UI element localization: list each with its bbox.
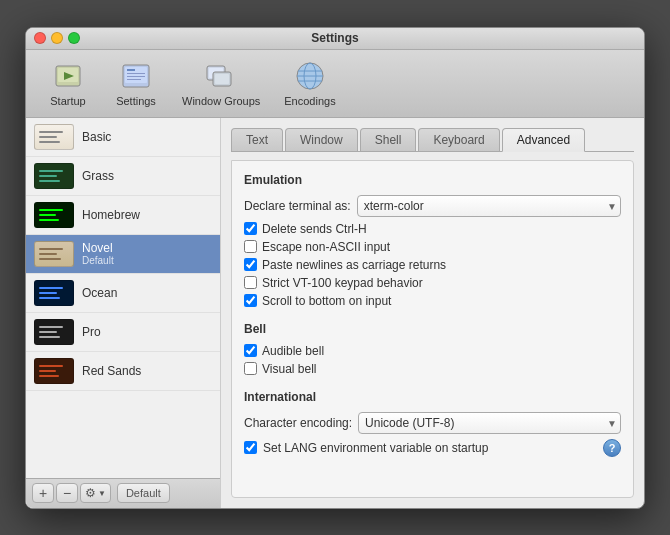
minimize-button[interactable] — [51, 32, 63, 44]
paste-newlines-label: Paste newlines as carriage returns — [262, 258, 446, 272]
help-button[interactable]: ? — [603, 439, 621, 457]
profile-name-grass: Grass — [82, 169, 114, 183]
toolbar-startup-label: Startup — [50, 95, 85, 107]
default-label: Default — [126, 487, 161, 499]
declare-terminal-select-wrapper: xterm-color xterm vt100 ansi ▼ — [357, 195, 621, 217]
profile-text-pro: Pro — [82, 325, 101, 339]
tab-bar: Text Window Shell Keyboard Advanced — [231, 128, 634, 152]
audible-bell-row: Audible bell — [244, 344, 621, 358]
strict-vt100-row: Strict VT-100 keypad behavior — [244, 276, 621, 290]
tab-shell[interactable]: Shell — [360, 128, 417, 151]
profile-name-pro: Pro — [82, 325, 101, 339]
settings-window: Settings Startup — [25, 27, 645, 509]
toolbar-encodings[interactable]: Encodings — [276, 56, 343, 111]
maximize-button[interactable] — [68, 32, 80, 44]
svg-rect-8 — [127, 79, 141, 80]
minus-icon: − — [63, 485, 71, 501]
international-section: International Character encoding: Unicod… — [244, 390, 621, 457]
gear-icon: ⚙ — [85, 486, 96, 500]
encoding-label: Character encoding: — [244, 416, 352, 430]
profile-name-basic: Basic — [82, 130, 111, 144]
profile-basic[interactable]: Basic — [26, 118, 220, 157]
encoding-select[interactable]: Unicode (UTF-8) Western (ISO Latin 1) UT… — [358, 412, 621, 434]
strict-vt100-checkbox[interactable] — [244, 276, 257, 289]
profile-homebrew[interactable]: Homebrew — [26, 196, 220, 235]
scroll-bottom-checkbox[interactable] — [244, 294, 257, 307]
set-lang-checkbox[interactable] — [244, 441, 257, 454]
toolbar-settings-label: Settings — [116, 95, 156, 107]
delete-ctrl-h-label: Delete sends Ctrl-H — [262, 222, 367, 236]
escape-nonascii-row: Escape non-ASCII input — [244, 240, 621, 254]
profile-name-novel: Novel — [82, 241, 114, 255]
add-profile-button[interactable]: + — [32, 483, 54, 503]
declare-terminal-row: Declare terminal as: xterm-color xterm v… — [244, 195, 621, 217]
delete-ctrl-h-checkbox[interactable] — [244, 222, 257, 235]
profile-text-basic: Basic — [82, 130, 111, 144]
profile-ocean[interactable]: Ocean — [26, 274, 220, 313]
profile-sub-novel: Default — [82, 255, 114, 266]
profile-text-redsands: Red Sands — [82, 364, 141, 378]
profile-thumb-basic — [34, 124, 74, 150]
gear-dropdown-icon: ▼ — [98, 489, 106, 498]
toolbar-settings[interactable]: Settings — [106, 56, 166, 111]
toolbar: Startup Settings — [26, 50, 644, 118]
toolbar-window-groups[interactable]: Window Groups — [174, 56, 268, 111]
scroll-bottom-label: Scroll to bottom on input — [262, 294, 391, 308]
profile-name-ocean: Ocean — [82, 286, 117, 300]
escape-nonascii-checkbox[interactable] — [244, 240, 257, 253]
profile-thumb-redsands — [34, 358, 74, 384]
sidebar: Basic Grass — [26, 118, 221, 508]
profile-thumb-pro — [34, 319, 74, 345]
paste-newlines-checkbox[interactable] — [244, 258, 257, 271]
gear-menu-button[interactable]: ⚙ ▼ — [80, 483, 111, 503]
delete-ctrl-h-row: Delete sends Ctrl-H — [244, 222, 621, 236]
profile-pro[interactable]: Pro — [26, 313, 220, 352]
tab-window[interactable]: Window — [285, 128, 358, 151]
startup-icon — [52, 60, 84, 92]
audible-bell-checkbox[interactable] — [244, 344, 257, 357]
profile-novel[interactable]: Novel Default — [26, 235, 220, 274]
window-title: Settings — [311, 31, 358, 45]
remove-profile-button[interactable]: − — [56, 483, 78, 503]
close-button[interactable] — [34, 32, 46, 44]
encoding-row: Character encoding: Unicode (UTF-8) West… — [244, 412, 621, 434]
profile-text-homebrew: Homebrew — [82, 208, 140, 222]
svg-rect-12 — [215, 74, 229, 84]
visual-bell-checkbox[interactable] — [244, 362, 257, 375]
international-title: International — [244, 390, 621, 404]
declare-terminal-select[interactable]: xterm-color xterm vt100 ansi — [357, 195, 621, 217]
advanced-panel: Emulation Declare terminal as: xterm-col… — [231, 160, 634, 498]
content-area: Basic Grass — [26, 118, 644, 508]
visual-bell-row: Visual bell — [244, 362, 621, 376]
toolbar-window-groups-label: Window Groups — [182, 95, 260, 107]
audible-bell-label: Audible bell — [262, 344, 324, 358]
declare-terminal-label: Declare terminal as: — [244, 199, 351, 213]
profile-thumb-grass — [34, 163, 74, 189]
bell-title: Bell — [244, 322, 621, 336]
titlebar: Settings — [26, 28, 644, 50]
window-groups-icon — [205, 60, 237, 92]
escape-nonascii-label: Escape non-ASCII input — [262, 240, 390, 254]
strict-vt100-label: Strict VT-100 keypad behavior — [262, 276, 423, 290]
profile-name-redsands: Red Sands — [82, 364, 141, 378]
emulation-title: Emulation — [244, 173, 621, 187]
profile-text-novel: Novel Default — [82, 241, 114, 266]
default-button[interactable]: Default — [117, 483, 170, 503]
settings-icon — [120, 60, 152, 92]
tab-keyboard[interactable]: Keyboard — [418, 128, 499, 151]
bell-section: Bell Audible bell Visual bell — [244, 322, 621, 376]
set-lang-label: Set LANG environment variable on startup — [263, 441, 597, 455]
tab-advanced[interactable]: Advanced — [502, 128, 585, 152]
profile-text-grass: Grass — [82, 169, 114, 183]
profile-redsands[interactable]: Red Sands — [26, 352, 220, 391]
svg-rect-5 — [127, 69, 135, 71]
set-lang-row: Set LANG environment variable on startup… — [244, 439, 621, 457]
profile-grass[interactable]: Grass — [26, 157, 220, 196]
scroll-bottom-row: Scroll to bottom on input — [244, 294, 621, 308]
paste-newlines-row: Paste newlines as carriage returns — [244, 258, 621, 272]
help-icon: ? — [609, 442, 616, 454]
toolbar-startup[interactable]: Startup — [38, 56, 98, 111]
tab-text[interactable]: Text — [231, 128, 283, 151]
sidebar-toolbar: + − ⚙ ▼ Default — [26, 478, 220, 508]
svg-rect-6 — [127, 73, 145, 74]
